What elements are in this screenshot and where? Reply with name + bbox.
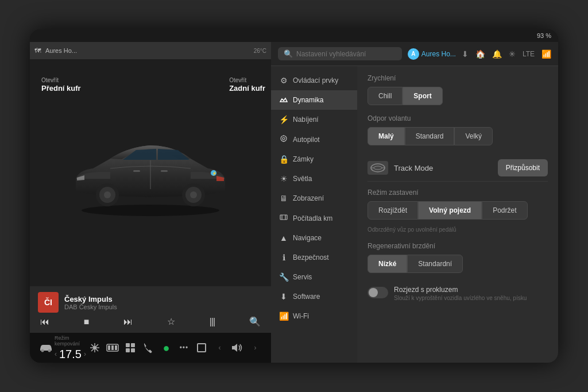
car-icon-bottom[interactable]	[37, 343, 55, 352]
rozjizdeni-btn[interactable]: Rozjíždět	[368, 201, 418, 220]
sidebar-item-servis[interactable]: 🔧 Servis	[271, 267, 357, 287]
pocitadla-km-label: Počítadla km	[293, 214, 332, 222]
navigace-icon: ▲	[279, 233, 288, 243]
media-icon[interactable]	[104, 343, 122, 353]
favorite-button[interactable]: ☆	[167, 316, 175, 327]
svg-rect-17	[111, 345, 114, 350]
volume-control[interactable]	[229, 343, 246, 353]
status-bar-right: 93 %	[537, 32, 551, 39]
left-panel: 🗺 Aures Ho... 26°C Otevřít Přední kufr O…	[30, 42, 271, 363]
zrychleni-sport-btn[interactable]: Sport	[403, 87, 442, 105]
download-icon[interactable]: ⬇	[462, 49, 469, 59]
main-area: 🗺 Aures Ho... 26°C Otevřít Přední kufr O…	[30, 42, 558, 363]
settings-nav: ⚙ Ovládací prvky Dynamika ⚡ Nabíjen	[271, 66, 357, 363]
square-icon[interactable]	[193, 343, 211, 353]
svg-point-12	[41, 349, 44, 352]
search-music-button[interactable]: 🔍	[249, 316, 261, 327]
track-mode-label: Track Mode	[394, 164, 492, 172]
nizke-btn[interactable]: Nízké	[368, 255, 407, 273]
temp-decrease[interactable]: ‹	[55, 350, 57, 358]
sidebar-item-ovladaci-prvky[interactable]: ⚙ Ovládací prvky	[271, 71, 357, 90]
stop-button[interactable]: ■	[84, 317, 90, 327]
sidebar-item-bezpecnost[interactable]: ℹ Bezpečnost	[271, 248, 357, 267]
svetla-label: Světla	[293, 175, 312, 183]
toggle-knob	[369, 288, 378, 297]
sidebar-item-navigace[interactable]: ▲ Navigace	[271, 228, 357, 248]
spotify-icon[interactable]: ●	[157, 341, 175, 355]
svg-marker-24	[232, 344, 237, 352]
autopilot-icon	[279, 134, 288, 144]
svg-rect-22	[131, 348, 135, 352]
ovladaci-prvky-label: Ovládací prvky	[293, 76, 338, 84]
software-icon: ⬇	[279, 292, 288, 301]
music-controls: ⏮ ■ ⏭ ☆ ||| 🔍	[38, 316, 263, 327]
track-mode-customize-btn[interactable]: Přizpůsobit	[498, 159, 548, 176]
track-mode-row: Track Mode Přizpůsobit	[368, 155, 548, 182]
settings-area: ⚙ Ovládací prvky Dynamika ⚡ Nabíjen	[271, 66, 558, 363]
odpor-maly-btn[interactable]: Malý	[368, 127, 405, 145]
home-icon[interactable]: 🏠	[475, 49, 485, 59]
bluetooth-icon[interactable]: ✳	[509, 49, 516, 59]
section-rezim-zastaveni: Režim zastavení Rozjíždět Volný pojezd P…	[368, 189, 548, 233]
rozjezd-s-prokluzem-row: Rozjezd s prokluzem Slouží k vyproštění …	[368, 282, 548, 305]
odpor-standard-btn[interactable]: Standard	[405, 127, 455, 145]
sidebar-item-nabijeni[interactable]: ⚡ Nabíjení	[271, 110, 357, 129]
temp-label: Režim kempování	[55, 335, 86, 347]
rezim-zastaveni-buttons: Rozjíždět Volný pojezd Podržet	[368, 201, 548, 220]
battery-status: 93 %	[537, 32, 551, 39]
sidebar-item-zobrazeni[interactable]: 🖥 Zobrazení	[271, 189, 357, 208]
left-top-bar: 🗺 Aures Ho... 26°C	[30, 42, 271, 59]
temp-value: 17.5	[59, 348, 82, 361]
equalizer-button[interactable]: |||	[210, 317, 215, 327]
map-icon: 🗺	[34, 47, 41, 54]
bottom-bar: Režim kempování ‹ 17.5 ›	[30, 333, 271, 363]
dynamika-label: Dynamika	[293, 96, 323, 104]
nabijeni-icon: ⚡	[279, 115, 288, 124]
sidebar-item-zamky[interactable]: 🔒 Zámky	[271, 149, 357, 169]
zamky-label: Zámky	[293, 155, 314, 163]
autopilot-label: Autopilot	[293, 136, 320, 144]
sidebar-item-autopilot[interactable]: Autopilot	[271, 129, 357, 149]
climate-icon[interactable]	[86, 342, 104, 353]
svg-rect-9	[161, 170, 168, 172]
rozjezd-prokluzem-title: Rozjezd s prokluzem	[394, 286, 527, 294]
music-station-icon: ČI	[38, 292, 59, 313]
nav-logo: A Aures Ho...	[408, 48, 456, 60]
sidebar-item-svetla[interactable]: ☀ Světla	[271, 169, 357, 189]
standardni-btn[interactable]: Standardní	[407, 255, 463, 273]
odpor-velky-btn[interactable]: Velký	[454, 127, 493, 145]
temp-control[interactable]: Režim kempování ‹ 17.5 ›	[55, 335, 86, 361]
right-panel: 🔍 A Aures Ho... ⬇ 🏠 🔔 ✳ LTE 📶	[271, 42, 558, 363]
zrychleni-chill-btn[interactable]: Chill	[368, 87, 403, 105]
volume-up-icon[interactable]: ›	[246, 344, 264, 352]
rezim-zastaveni-title: Režim zastavení	[368, 189, 548, 197]
music-subtitle: DAB Česky Impuls	[64, 303, 117, 310]
volny-pojezd-btn[interactable]: Volný pojezd	[418, 201, 482, 220]
svg-point-6	[190, 191, 197, 198]
signal-icon[interactable]: LTE	[523, 50, 535, 58]
sidebar-item-wifi[interactable]: 📶 Wi-Fi	[271, 306, 357, 326]
svg-rect-29	[280, 215, 287, 220]
search-input[interactable]	[296, 50, 396, 58]
wifi-label: Wi-Fi	[293, 312, 309, 320]
section-regenerativni-brzdeni: Regenerativní brzdění Nízké Standardní	[368, 242, 548, 273]
navigace-label: Navigace	[293, 234, 322, 242]
sidebar-item-pocitadla-km[interactable]: Počítadla km	[271, 208, 357, 228]
next-button[interactable]: ⏭	[123, 317, 133, 327]
bell-icon[interactable]: 🔔	[492, 49, 502, 59]
more-icon[interactable]: •••	[175, 344, 193, 352]
zobrazeni-icon: 🖥	[279, 194, 288, 203]
phone-icon[interactable]	[140, 342, 157, 353]
servis-label: Servis	[293, 273, 312, 281]
nav-icons: ⬇ 🏠 🔔 ✳ LTE 📶	[462, 49, 551, 59]
rozjezd-prokluzem-subtitle: Slouží k vyproštění vozidla uvízlého ve …	[394, 295, 527, 301]
prev-button[interactable]: ⏮	[40, 317, 49, 327]
rozjezd-prokluzem-toggle[interactable]	[368, 287, 388, 298]
search-bar[interactable]: 🔍	[278, 47, 402, 60]
sidebar-item-dynamika[interactable]: Dynamika	[271, 90, 357, 110]
volume-down-icon[interactable]: ‹	[211, 344, 229, 352]
podrzetbtn[interactable]: Podržet	[482, 201, 527, 220]
music-player: ČI Český Impuls DAB Česky Impuls ⏮ ■ ⏭ ☆…	[30, 286, 271, 333]
sidebar-item-software[interactable]: ⬇ Software	[271, 287, 357, 306]
apps-icon[interactable]	[122, 342, 140, 353]
